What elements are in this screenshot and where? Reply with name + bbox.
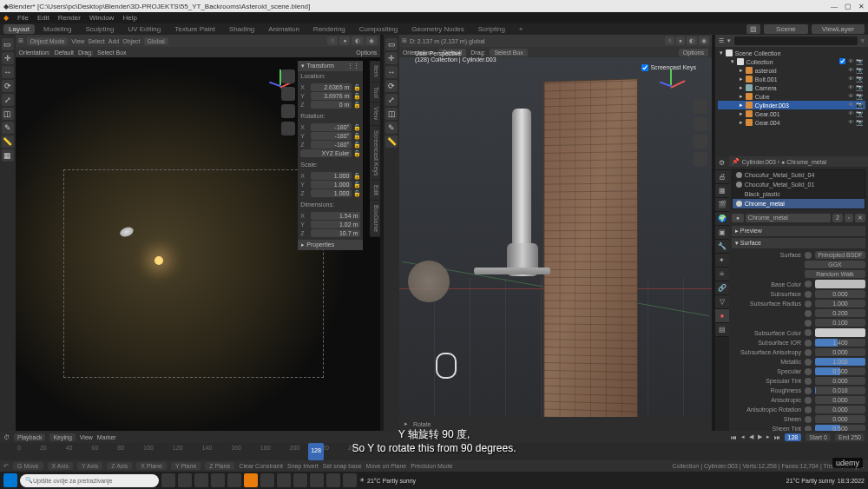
loc-z[interactable]: 0 m (311, 101, 352, 109)
viewport-left[interactable]: ⊞ Object Mode View Select Add Object Glo… (16, 35, 381, 431)
np-transform-header[interactable]: ▾ Transform⋮⋮ (298, 61, 363, 71)
socket-icon[interactable] (805, 301, 812, 307)
ptab-modifier[interactable]: 🔧 (715, 240, 729, 254)
editor-type-icon[interactable]: ⊞ (18, 37, 23, 44)
property-value[interactable]: 0.000 (815, 396, 865, 404)
lock-icon[interactable]: 🔓 (353, 84, 360, 91)
ptab-world[interactable]: 🌍 (715, 212, 729, 226)
jump-end-icon[interactable]: ⏭ (774, 434, 780, 440)
tool-scale[interactable]: ⤢ (385, 94, 398, 106)
tab-texture[interactable]: Texture Paint (169, 24, 220, 34)
shading-matprev-icon[interactable]: ◐ (352, 36, 364, 45)
outliner-icon[interactable]: ☰ (719, 37, 724, 44)
property-value[interactable]: 0.500 (815, 425, 865, 431)
rot-z[interactable]: -180° (311, 141, 352, 149)
pan-icon[interactable] (694, 117, 707, 131)
shader-selector[interactable]: Principled BSDF (815, 251, 865, 259)
menu-render[interactable]: Render (58, 14, 81, 22)
material-link-icon[interactable]: ● (732, 214, 744, 222)
pan-icon[interactable] (281, 87, 295, 101)
jump-start-icon[interactable]: ⏮ (731, 434, 737, 440)
current-frame[interactable]: 128 (785, 433, 802, 441)
tab-scripting[interactable]: Scripting (473, 24, 510, 34)
tool-rotate[interactable]: ⟳ (2, 80, 14, 92)
screencast-checkbox[interactable] (641, 64, 648, 71)
tab-add[interactable]: + (514, 24, 529, 34)
play-icon[interactable]: ▶ (758, 433, 762, 440)
sc-x[interactable]: 1.000 (311, 172, 352, 180)
lock-icon[interactable]: 🔓 (353, 133, 360, 140)
ntab-tool[interactable]: Tool (370, 83, 380, 103)
socket-icon[interactable] (805, 359, 812, 366)
mat-unlink-icon[interactable]: ✕ (855, 214, 865, 222)
task-icon[interactable] (211, 473, 225, 487)
play-rev-icon[interactable]: ◀ (749, 433, 753, 440)
viewport-right[interactable]: ⊞ D: 2.137 m (2.137 m) global ○ ● ◐ ◉ Or… (399, 35, 712, 431)
socket-icon[interactable] (805, 252, 812, 259)
task-icon[interactable] (227, 473, 241, 487)
subsurface-method[interactable]: Random Walk (805, 270, 865, 278)
dim-y[interactable]: 1.02 m (311, 221, 360, 228)
socket-icon[interactable] (805, 349, 812, 356)
tool-transform[interactable]: ◫ (385, 108, 398, 120)
vp-menu-select[interactable]: Select (88, 38, 104, 44)
keying-menu[interactable]: Keying (49, 433, 75, 441)
socket-icon[interactable] (805, 387, 812, 394)
tool-cursor[interactable]: ✛ (385, 52, 398, 64)
tree-item[interactable]: ▸asteroid👁 📷 (718, 66, 865, 75)
tab-animation[interactable]: Animation (263, 24, 305, 34)
tool-cursor[interactable]: ✛ (2, 52, 14, 64)
tool-select[interactable]: ▭ (385, 38, 398, 50)
marker-menu[interactable]: Marker (97, 434, 116, 440)
dim-x[interactable]: 1.54 m (311, 212, 360, 220)
property-value[interactable]: 0.500 (815, 367, 865, 375)
tool-select[interactable]: ▭ (2, 38, 14, 50)
shading-wire-icon[interactable]: ○ (665, 36, 674, 45)
tool-add[interactable]: ▦ (2, 149, 14, 162)
mat-new-icon[interactable]: ▫ (845, 214, 853, 222)
timeline-icon[interactable]: ⏱ (3, 434, 10, 440)
lock-icon[interactable]: 🔓 (353, 93, 360, 100)
menu-file[interactable]: File (17, 14, 29, 22)
socket-icon[interactable] (805, 310, 812, 317)
tool-measure[interactable]: 📏 (385, 135, 398, 148)
ptab-render[interactable]: ⚙ (715, 156, 729, 170)
socket-icon[interactable] (805, 291, 812, 298)
options-btn[interactable]: Options (679, 49, 708, 56)
persp-icon[interactable] (281, 122, 295, 135)
ptab-object[interactable]: ▣ (715, 226, 729, 240)
tab-uv[interactable]: UV Editing (122, 24, 166, 34)
tool-move[interactable]: ↔ (385, 66, 398, 78)
lock-icon[interactable]: 🔓 (353, 173, 360, 180)
ntab-item[interactable]: Item (370, 61, 380, 83)
shading-wire-icon[interactable]: ○ (327, 36, 338, 45)
property-value[interactable]: 0.000 (815, 377, 865, 385)
tab-sculpting[interactable]: Sculpting (81, 24, 120, 34)
timeline-track[interactable]: 020406080100120140160180200220240 128 (0, 443, 868, 460)
ntab-edit[interactable]: Edit (370, 181, 380, 201)
menu-edit[interactable]: Edit (37, 14, 49, 22)
taskbar-search[interactable]: 🔍 Upišite ovdje za pretraživanje (20, 474, 159, 487)
tree-item[interactable]: ▸Gear.004👁 📷 (718, 118, 865, 127)
start-frame[interactable]: Start 0 (806, 433, 831, 441)
ptab-texture[interactable]: ▤ (715, 323, 729, 337)
chevron-icon[interactable]: ▸ (404, 420, 408, 427)
sc-z[interactable]: 1.000 (311, 189, 352, 197)
tree-item[interactable]: ▸Bolt.001👁 📷 (718, 75, 865, 83)
color-swatch[interactable] (815, 328, 865, 337)
tray-clock[interactable]: 18:3:2022 (838, 478, 865, 484)
tool-transform[interactable]: ◫ (2, 108, 14, 120)
tool-rotate[interactable]: ⟳ (385, 80, 398, 92)
property-value[interactable]: 0.000 (815, 348, 865, 356)
property-value[interactable]: 0.000 (815, 415, 865, 423)
tool-annotate[interactable]: ✎ (2, 122, 14, 134)
tree-item-selected[interactable]: ▸Cylinder.003👁 📷 (718, 101, 865, 109)
persp-icon[interactable] (694, 152, 707, 166)
property-value[interactable]: 0.000 (815, 406, 865, 413)
ptab-physics[interactable]: ⚛ (715, 268, 729, 281)
orient-default[interactable]: Default (55, 50, 74, 56)
filter-icon[interactable]: ▿ (861, 37, 865, 44)
weather-widget[interactable]: ☀ 21°C Partly sunny (359, 477, 416, 484)
socket-icon[interactable] (805, 416, 812, 423)
ntab-screencast[interactable]: Screencast Keys (370, 126, 380, 182)
